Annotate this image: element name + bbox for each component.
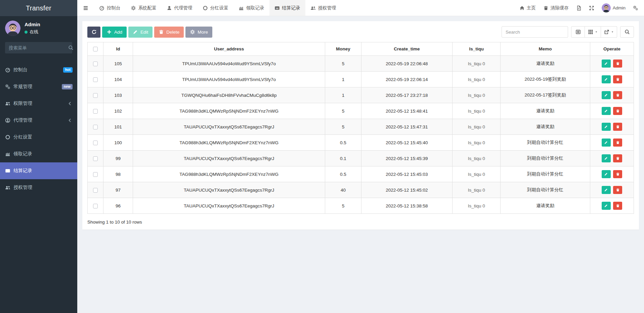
- sidebar-item-grant[interactable]: 授权管理: [0, 179, 77, 196]
- top-navbar: 控制台 系统配置 代理管理 分红设置 领取记录 结算记录 授权管理 主页 清除缓…: [77, 0, 644, 16]
- cell-is-tiqu: Is_tiqu 0: [453, 72, 501, 87]
- more-button-label: More: [198, 30, 208, 35]
- new-badge: new: [62, 84, 73, 89]
- row-delete-button[interactable]: [613, 186, 622, 194]
- row-checkbox[interactable]: [93, 62, 98, 66]
- col-id[interactable]: Id: [103, 42, 133, 56]
- row-checkbox[interactable]: [93, 125, 98, 129]
- more-button[interactable]: More: [185, 27, 212, 38]
- sidebar-item-label: 分红设置: [13, 134, 32, 140]
- sidebar-item-auth[interactable]: 权限管理: [0, 95, 77, 112]
- select-all-checkbox[interactable]: [93, 47, 98, 51]
- toggle-view-button[interactable]: [571, 26, 585, 38]
- sidebar-item-dividend[interactable]: 分红设置: [0, 129, 77, 146]
- export-dropdown-button[interactable]: [601, 26, 617, 38]
- app-title: Transfer: [0, 0, 77, 16]
- row-delete-button[interactable]: [613, 139, 622, 147]
- row-delete-button[interactable]: [613, 154, 622, 162]
- row-delete-button[interactable]: [613, 170, 622, 178]
- chevron-left-icon: [67, 118, 73, 123]
- add-button-label: Add: [114, 30, 122, 35]
- columns-dropdown-button[interactable]: [585, 26, 601, 38]
- tab-claim[interactable]: 领取记录: [233, 0, 269, 16]
- row-delete-button[interactable]: [613, 123, 622, 131]
- tab-settle[interactable]: 结算记录: [269, 0, 305, 16]
- row-checkbox[interactable]: [93, 172, 98, 177]
- sidebar-item-general[interactable]: 常规管理 new: [0, 78, 77, 95]
- row-delete-button[interactable]: [613, 202, 622, 210]
- menu-toggle-button[interactable]: [77, 0, 94, 16]
- tab-dashboard[interactable]: 控制台: [94, 0, 126, 16]
- app-root: Transfer Admin 在线 控制台 hot 常规管理 new 权限管理: [0, 0, 644, 313]
- cell-create-time: 2022-05-12 15:45:02: [361, 182, 453, 198]
- trash-icon: [616, 188, 620, 192]
- edit-button-label: Edit: [140, 30, 148, 35]
- row-edit-button[interactable]: [602, 60, 611, 68]
- row-edit-button[interactable]: [602, 170, 611, 178]
- stream-icon: [5, 151, 10, 157]
- cell-user-address: TAUAPUCUQxTXaxxytQSs67Eegagcs7RgrJ: [133, 182, 325, 198]
- row-checkbox[interactable]: [93, 77, 98, 82]
- cell-id: 104: [103, 72, 133, 87]
- sidebar-item-dashboard[interactable]: 控制台 hot: [0, 62, 77, 78]
- pencil-icon: [604, 141, 608, 145]
- col-money[interactable]: Money: [325, 42, 361, 56]
- user-menu[interactable]: Admin: [598, 0, 629, 16]
- trash-icon: [616, 109, 620, 113]
- row-edit-button[interactable]: [602, 202, 611, 210]
- table-summary: Showing 1 to 10 of 10 rows: [87, 220, 634, 225]
- row-edit-button[interactable]: [602, 91, 611, 99]
- row-checkbox[interactable]: [93, 141, 98, 145]
- row-edit-button[interactable]: [602, 75, 611, 83]
- row-checkbox[interactable]: [93, 93, 98, 98]
- edit-button[interactable]: Edit: [128, 27, 153, 38]
- clear-cache-link[interactable]: 清除缓存: [540, 0, 572, 16]
- sidebar-menu: 控制台 hot 常规管理 new 权限管理 代理管理 分红设置 领取记录 结算记…: [0, 62, 77, 196]
- main-content: Add Edit Delete More: [77, 16, 644, 313]
- sidebar-item-label: 代理管理: [13, 117, 32, 123]
- row-edit-button[interactable]: [602, 123, 611, 131]
- row-edit-button[interactable]: [602, 107, 611, 115]
- row-checkbox[interactable]: [93, 156, 98, 161]
- row-delete-button[interactable]: [613, 75, 622, 83]
- row-delete-button[interactable]: [613, 107, 622, 115]
- fullscreen-button[interactable]: [585, 0, 598, 16]
- add-button[interactable]: Add: [102, 27, 127, 38]
- row-delete-button[interactable]: [613, 60, 622, 68]
- sidebar-search-input[interactable]: [9, 45, 68, 50]
- row-edit-button[interactable]: [602, 154, 611, 162]
- row-checkbox[interactable]: [93, 188, 98, 193]
- row-checkbox[interactable]: [93, 109, 98, 114]
- delete-button[interactable]: Delete: [154, 27, 184, 38]
- sidebar-item-claim[interactable]: 领取记录: [0, 146, 77, 162]
- row-edit-button[interactable]: [602, 139, 611, 147]
- users-icon: [310, 5, 316, 11]
- tab-grant[interactable]: 授权管理: [305, 0, 341, 16]
- table-search-input[interactable]: [502, 26, 568, 38]
- col-memo[interactable]: Memo: [501, 42, 590, 56]
- col-is-tiqu[interactable]: Is_tiqu: [453, 42, 501, 56]
- row-edit-button[interactable]: [602, 186, 611, 194]
- tab-dividend[interactable]: 分红设置: [198, 0, 233, 16]
- search-button[interactable]: [620, 26, 634, 38]
- pencil-icon: [604, 93, 608, 97]
- settings-button[interactable]: [629, 0, 642, 16]
- check-update-button[interactable]: [572, 0, 585, 16]
- trash-icon: [159, 29, 164, 35]
- col-user-address[interactable]: User_address: [133, 42, 325, 56]
- col-create-time[interactable]: Create_time: [361, 42, 453, 56]
- row-delete-button[interactable]: [613, 91, 622, 99]
- sidebar-item-settle[interactable]: 结算记录: [0, 162, 77, 179]
- row-checkbox[interactable]: [93, 204, 98, 208]
- sidebar: Transfer Admin 在线 控制台 hot 常规管理 new 权限管理: [0, 0, 77, 313]
- home-link[interactable]: 主页: [516, 0, 540, 16]
- tab-system[interactable]: 系统配置: [126, 0, 162, 16]
- tab-agent[interactable]: 代理管理: [162, 0, 198, 16]
- refresh-button[interactable]: [87, 27, 100, 38]
- trash-icon: [543, 5, 549, 11]
- nav-tab-label: 控制台: [107, 5, 121, 11]
- sidebar-item-label: 控制台: [13, 67, 28, 73]
- sidebar-item-agent[interactable]: 代理管理: [0, 112, 77, 129]
- sidebar-item-label: 授权管理: [13, 185, 32, 191]
- clear-cache-label: 清除缓存: [551, 5, 569, 11]
